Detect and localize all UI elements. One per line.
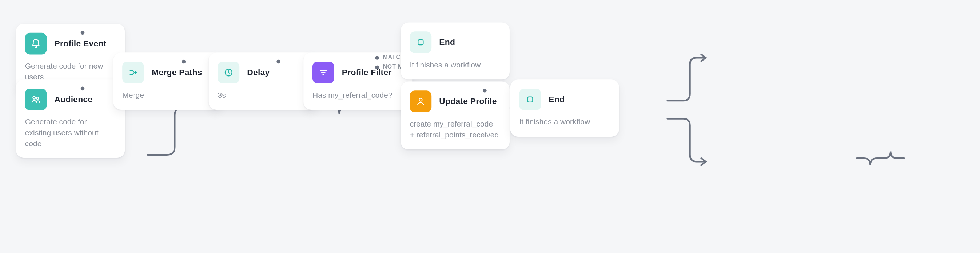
out-port[interactable]: [483, 88, 487, 93]
node-end[interactable]: End It finishes a workflow: [401, 22, 510, 80]
node-title: Update Profile: [439, 96, 496, 106]
bell-icon: [25, 33, 47, 55]
svg-rect-5: [527, 97, 533, 102]
node-end[interactable]: End It finishes a workflow: [511, 80, 619, 136]
node-profile-filter[interactable]: Profile Filter Has my_referral_code?: [303, 53, 412, 109]
out-port[interactable]: [375, 66, 379, 70]
node-title: Merge Paths: [152, 67, 202, 77]
node-subtitle: It finishes a workflow: [410, 60, 499, 71]
merge-icon: [122, 62, 144, 83]
clock-icon: [218, 62, 239, 83]
node-merge-paths[interactable]: Merge Paths Merge: [113, 53, 222, 109]
svg-point-1: [37, 97, 38, 99]
stop-icon: [410, 31, 431, 53]
node-subtitle: create my_referral_code + referral_point…: [410, 119, 499, 140]
node-title: Delay: [247, 67, 270, 77]
out-port[interactable]: [375, 56, 379, 60]
node-subtitle: Generate code for existing users without…: [25, 117, 115, 149]
node-subtitle: It finishes a workflow: [519, 117, 609, 128]
update-icon: [410, 90, 431, 112]
out-port[interactable]: [182, 60, 186, 64]
out-port[interactable]: [81, 30, 85, 35]
node-subtitle: Has my_referral_code?: [312, 90, 402, 101]
node-audience[interactable]: Audience Generate code for existing user…: [16, 80, 125, 158]
out-port[interactable]: [81, 87, 85, 91]
node-title: End: [439, 37, 455, 47]
out-port[interactable]: [277, 60, 280, 64]
svg-point-4: [419, 98, 422, 101]
svg-point-0: [33, 97, 35, 99]
node-update-profile[interactable]: Update Profile create my_referral_code +…: [401, 82, 510, 149]
node-delay[interactable]: Delay 3s: [209, 53, 318, 109]
node-subtitle: Merge: [122, 90, 212, 101]
svg-rect-3: [418, 40, 423, 45]
node-title: Profile Event: [54, 38, 107, 48]
node-title: Audience: [54, 94, 93, 104]
workflow-canvas: Profile Event Generate code for new user…: [0, 0, 980, 253]
users-icon: [25, 88, 47, 110]
node-subtitle: 3s: [218, 90, 307, 101]
node-title: End: [549, 94, 565, 104]
stop-icon: [519, 88, 541, 110]
filter-icon: [312, 62, 334, 83]
